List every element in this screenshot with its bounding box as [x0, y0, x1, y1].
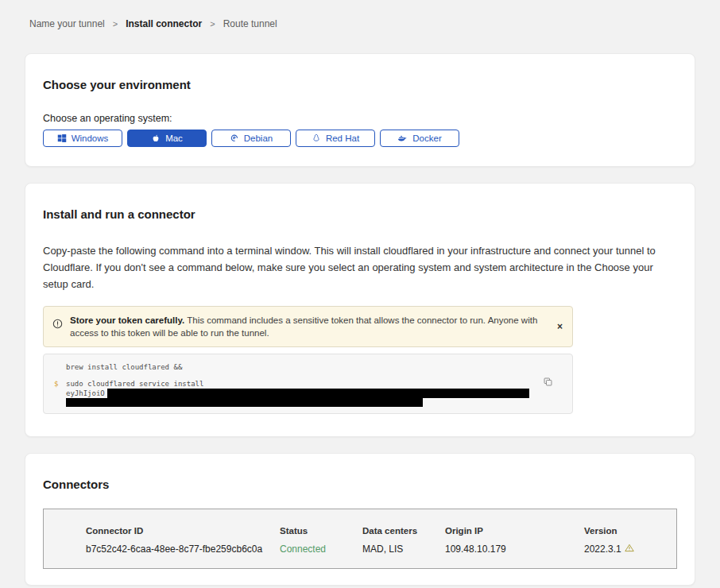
col-header-status: Status [280, 526, 362, 536]
close-icon[interactable]: × [557, 322, 563, 331]
os-button-windows[interactable]: Windows [43, 130, 122, 147]
table-row: b7c52c42-6caa-48ee-8c77-fbe259cb6c0a Con… [86, 544, 668, 555]
os-button-label: Mac [165, 133, 183, 143]
apple-icon [151, 133, 161, 143]
install-command-codeblock: brew install cloudflared && $ sudo cloud… [43, 354, 573, 414]
status-badge: Connected [280, 544, 362, 555]
origin-ip-value: 109.48.10.179 [445, 544, 584, 555]
connectors-table-header: Connector ID Status Data centers Origin … [86, 526, 668, 536]
version-warning-icon [625, 544, 634, 555]
install-connector-card: Install and run a connector Copy-paste t… [25, 183, 695, 437]
install-card-description: Copy-paste the following command into a … [43, 242, 675, 292]
breadcrumb-separator: > [210, 19, 215, 29]
connectors-card: Connectors Connector ID Status Data cent… [25, 453, 695, 586]
os-button-mac[interactable]: Mac [127, 130, 207, 147]
col-header-connector-id: Connector ID [86, 526, 280, 536]
version-value: 2022.3.1 [584, 544, 668, 555]
token-warning-banner: Store your token carefully. This command… [43, 306, 573, 347]
breadcrumb-step-install-connector[interactable]: Install connector [126, 18, 202, 29]
col-header-origin-ip: Origin IP [445, 526, 584, 536]
os-button-docker[interactable]: Docker [380, 130, 459, 147]
breadcrumb-step-route-tunnel[interactable]: Route tunnel [223, 18, 277, 29]
redhat-linux-icon [312, 133, 321, 143]
windows-logo-icon [57, 133, 67, 143]
connector-id-value: b7c52c42-6caa-48ee-8c77-fbe259cb6c0a [86, 544, 280, 555]
os-button-label: Windows [72, 133, 109, 143]
connectors-table: Connector ID Status Data centers Origin … [43, 509, 677, 569]
data-centers-value: MAD, LIS [362, 544, 445, 555]
debian-swirl-icon [230, 133, 239, 143]
connectors-card-title: Connectors [43, 478, 677, 491]
copy-command-button[interactable] [543, 377, 553, 389]
environment-card: Choose your environment Choose an operat… [25, 53, 695, 167]
col-header-version: Version [584, 526, 668, 536]
docker-whale-icon [397, 133, 408, 143]
install-card-title: Install and run a connector [43, 207, 677, 221]
os-button-label: Docker [412, 133, 441, 143]
shell-prompt: $ [54, 380, 66, 407]
os-button-group: Windows Mac Debian [43, 130, 677, 147]
token-warning-text: Store your token carefully. This command… [70, 314, 544, 339]
environment-card-title: Choose your environment [43, 78, 677, 91]
redacted-token-bar [66, 398, 423, 407]
os-button-label: Debian [244, 133, 273, 143]
info-circle-icon [52, 319, 63, 332]
breadcrumb-separator: > [113, 19, 118, 29]
token-prefix: eyJhIjoiO [66, 389, 105, 397]
code-line-sudo: sudo cloudflared service install [66, 380, 529, 389]
copy-icon [543, 377, 553, 389]
redacted-token-bar [107, 389, 529, 398]
code-line-brew: brew install cloudflared && [66, 363, 182, 372]
breadcrumb-step-name-your-tunnel[interactable]: Name your tunnel [29, 18, 105, 29]
page-content: Choose your environment Choose an operat… [25, 53, 695, 586]
os-button-debian[interactable]: Debian [211, 130, 291, 147]
os-select-label: Choose an operating system: [43, 113, 677, 124]
os-button-label: Red Hat [326, 133, 359, 143]
col-header-data-centers: Data centers [362, 526, 445, 536]
token-warning-bold: Store your token carefully. [70, 315, 184, 325]
breadcrumb: Name your tunnel > Install connector > R… [0, 0, 720, 29]
os-button-redhat[interactable]: Red Hat [296, 130, 375, 147]
